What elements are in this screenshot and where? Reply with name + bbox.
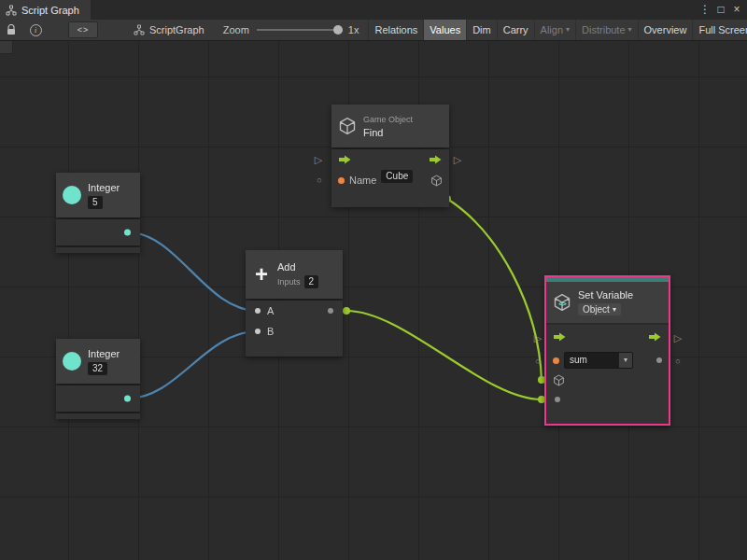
node-title: Add: [277, 261, 318, 273]
integer-output-row: [56, 219, 140, 245]
tab-script-graph[interactable]: Script Graph: [0, 0, 91, 20]
node-integer-5[interactable]: Integer 5: [56, 173, 140, 253]
align-button[interactable]: Align▾: [534, 20, 575, 40]
find-output-row: [331, 190, 449, 207]
overview-button[interactable]: Overview: [638, 20, 693, 40]
node-set-variable[interactable]: <> Set Variable Object ▾ sum ▾: [544, 275, 670, 426]
values-button[interactable]: Values: [423, 20, 466, 40]
inputs-label: Inputs: [277, 277, 301, 287]
add-port-row-b: B: [246, 321, 343, 342]
relations-button[interactable]: Relations: [368, 20, 423, 40]
full-screen-button[interactable]: Full Screen: [692, 20, 747, 40]
zoom-slider-handle[interactable]: [333, 25, 343, 35]
integer-type-icon: [63, 186, 81, 204]
node-add[interactable]: + Add Inputs 2 A B: [246, 250, 343, 357]
variable-name-dropdown[interactable]: sum ▾: [564, 352, 633, 369]
string-port-dot[interactable]: [338, 177, 345, 184]
setvariable-value-out-port[interactable]: ○: [675, 357, 680, 366]
find-name-in-port[interactable]: ○: [317, 176, 321, 185]
setvariable-node-header: <> Set Variable Object ▾: [546, 282, 669, 323]
node-integer-32[interactable]: Integer 32: [56, 339, 140, 419]
info-button[interactable]: i: [27, 21, 44, 38]
setvariable-flow-in-port[interactable]: ▷: [534, 333, 542, 343]
flow-out-arrow-icon: [649, 332, 661, 342]
dim-button[interactable]: Dim: [466, 20, 497, 40]
node-find[interactable]: Game Object Find Name Cube: [331, 105, 449, 207]
values-label: Values: [430, 24, 460, 35]
port-label: Name: [349, 175, 376, 186]
relations-label: Relations: [374, 24, 417, 35]
carry-label: Carry: [503, 24, 529, 35]
wire-integer5-to-add-a[interactable]: [128, 232, 258, 311]
flow-out-arrow-icon: [430, 155, 442, 164]
game-object-cube-icon: [338, 117, 357, 135]
setvariable-flow-out-port[interactable]: ▷: [674, 333, 682, 343]
setvariable-node-body: sum ▾: [546, 325, 669, 424]
add-plus-icon: +: [252, 265, 271, 284]
name-value-field[interactable]: Cube: [381, 170, 413, 183]
breadcrumb-label: ScriptGraph: [149, 24, 204, 35]
window-menu-icon[interactable]: ⋮: [698, 0, 712, 20]
breadcrumb[interactable]: ScriptGraph: [134, 24, 204, 35]
port-label: B: [267, 326, 274, 337]
input-port-a[interactable]: [255, 308, 261, 314]
chevron-down-icon: ▾: [613, 306, 616, 314]
integer-output-row: [56, 385, 140, 412]
dim-label: Dim: [472, 24, 491, 35]
integer-output-port[interactable]: [124, 230, 131, 236]
maximize-icon[interactable]: □: [713, 0, 728, 20]
code-view-button[interactable]: <>: [68, 21, 98, 38]
zoom-label: Zoom: [223, 24, 249, 35]
input-port-b[interactable]: [255, 329, 261, 334]
graph-canvas[interactable]: Integer 5 Integer 32 ▷ ○ ▷ Game Obje: [0, 41, 747, 560]
find-flow-out-port[interactable]: ▷: [454, 155, 461, 165]
variable-kind-value: Object: [583, 304, 610, 315]
carry-button[interactable]: Carry: [497, 20, 534, 40]
node-title: Find: [363, 127, 413, 138]
find-flow-in-port[interactable]: ▷: [315, 155, 322, 165]
value-input-port[interactable]: [555, 397, 560, 402]
game-object-cube-icon: [553, 374, 565, 386]
integer-output-port[interactable]: [124, 396, 131, 402]
integer-value-field[interactable]: 5: [88, 196, 103, 209]
string-port-dot[interactable]: [553, 357, 559, 364]
wire-find-to-setvariable[interactable]: [447, 199, 542, 380]
close-icon[interactable]: ×: [729, 0, 744, 20]
variable-kind-dropdown[interactable]: Object ▾: [578, 303, 621, 315]
port-label: A: [267, 305, 274, 316]
lock-button[interactable]: [3, 21, 20, 38]
dropdown-button[interactable]: ▾: [619, 353, 632, 368]
tab-bar-spacer: [91, 0, 698, 20]
integer-value-field[interactable]: 32: [88, 362, 107, 375]
node-title: Integer: [88, 182, 120, 193]
distribute-button[interactable]: Distribute▾: [575, 20, 637, 40]
value-output-port[interactable]: [656, 357, 662, 363]
inputs-count-field[interactable]: 2: [304, 275, 319, 288]
window-controls: ⋮ □ ×: [698, 0, 747, 20]
align-label: Align: [541, 24, 563, 35]
lock-icon: [7, 24, 16, 35]
angle-brackets-icon: <>: [558, 300, 565, 308]
canvas-corner-toggle[interactable]: [0, 41, 13, 54]
node-footer: [56, 413, 140, 419]
add-node-body: A B: [246, 301, 343, 357]
full-screen-label: Full Screen: [698, 24, 747, 35]
wire-add-to-setvariable[interactable]: [346, 311, 542, 399]
add-output-port[interactable]: [343, 307, 350, 315]
find-flow-row: [331, 149, 449, 170]
graph-icon: [6, 5, 17, 16]
game-object-cube-icon: [430, 175, 443, 187]
code-icon: <>: [78, 25, 90, 35]
node-title: Set Variable: [578, 289, 633, 301]
overview-label: Overview: [644, 24, 687, 35]
flow-in-arrow-icon: [339, 155, 351, 164]
setvariable-flow-row: [546, 325, 669, 349]
output-port-sum[interactable]: [328, 308, 333, 314]
zoom-slider[interactable]: [257, 23, 343, 36]
window-tab-bar: Script Graph ⋮ □ ×: [0, 0, 747, 20]
wire-integer32-to-add-b[interactable]: [128, 331, 258, 399]
setvariable-name-in-port[interactable]: ○: [535, 357, 540, 366]
node-category: Game Object: [363, 115, 413, 124]
find-name-row: Name Cube: [331, 170, 449, 190]
flow-in-arrow-icon: [554, 332, 566, 342]
